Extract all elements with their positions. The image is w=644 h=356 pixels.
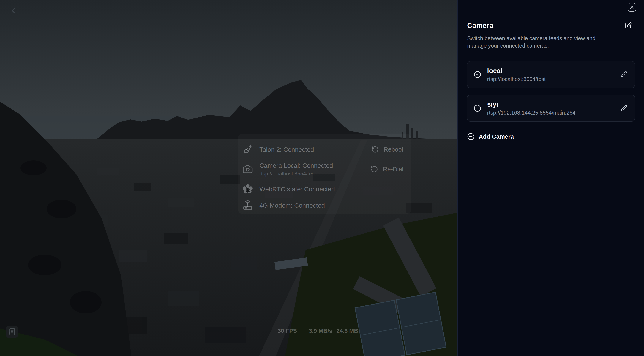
stream-stats: 30 FPS 3.9 MB/s 24.6 MB bbox=[278, 328, 358, 334]
status-row-modem: 4G Modem: Connected bbox=[242, 200, 404, 211]
redial-button[interactable]: Re-Dial bbox=[371, 165, 404, 173]
notebook-icon bbox=[8, 328, 16, 336]
status-label: WebRTC state: Connected bbox=[260, 186, 335, 193]
connection-status-modal: Talon 2: Connected Reboot Camera Local: … bbox=[238, 134, 411, 214]
status-label: Camera Local: Connected bbox=[260, 162, 333, 169]
camera-panel: Camera Switch between available camera f… bbox=[458, 0, 644, 356]
webrtc-icon bbox=[242, 184, 253, 195]
camera-feed: Talon 2: Connected Reboot Camera Local: … bbox=[0, 0, 458, 356]
plus-circle-icon bbox=[467, 133, 474, 140]
status-row-webrtc: WebRTC state: Connected bbox=[242, 185, 404, 194]
camera-list: local rtsp://localhost:8554/test siyi rt… bbox=[467, 61, 644, 122]
panel-description: Switch between available camera feeds an… bbox=[467, 35, 607, 49]
status-url: rtsp://localhost:8554/test bbox=[260, 171, 333, 177]
rotate-ccw-icon bbox=[371, 165, 378, 173]
edit-camera-siyi-button[interactable] bbox=[621, 105, 627, 112]
status-label: 4G Modem: Connected bbox=[260, 202, 325, 209]
pencil-icon bbox=[621, 105, 627, 111]
edit-camera-local-button[interactable] bbox=[621, 71, 627, 78]
camera-card-siyi[interactable]: siyi rtsp://192.168.144.25:8554/main.264 bbox=[467, 95, 635, 122]
camera-name: local bbox=[487, 67, 546, 75]
edit-cameras-button[interactable] bbox=[625, 22, 632, 30]
camera-name: siyi bbox=[487, 101, 576, 108]
radio-circle-icon bbox=[474, 104, 481, 112]
modem-icon bbox=[242, 200, 253, 211]
bitrate-stat: 3.9 MB/s bbox=[309, 328, 332, 334]
close-panel-button[interactable] bbox=[628, 3, 636, 12]
add-camera-button[interactable]: Add Camera bbox=[467, 133, 514, 140]
camera-url: rtsp://192.168.144.25:8554/main.264 bbox=[487, 110, 576, 116]
fps-stat: 30 FPS bbox=[278, 328, 297, 334]
camera-url: rtsp://localhost:8554/test bbox=[487, 76, 546, 82]
camera-icon bbox=[242, 164, 253, 175]
rotate-ccw-icon bbox=[372, 146, 379, 153]
logs-button[interactable] bbox=[6, 326, 18, 338]
close-icon bbox=[629, 5, 634, 10]
back-button[interactable] bbox=[8, 6, 19, 16]
reboot-button[interactable]: Reboot bbox=[372, 146, 404, 153]
app-root: Talon 2: Connected Reboot Camera Local: … bbox=[0, 0, 644, 356]
pencil-icon bbox=[621, 71, 627, 77]
status-row-camera: Camera Local: Connected rtsp://localhost… bbox=[242, 161, 404, 178]
plug-connected-icon bbox=[242, 144, 253, 155]
check-circle-icon bbox=[474, 71, 481, 78]
data-used-stat: 24.6 MB bbox=[336, 328, 358, 334]
camera-card-local[interactable]: local rtsp://localhost:8554/test bbox=[467, 61, 635, 88]
status-row-talon: Talon 2: Connected Reboot bbox=[242, 145, 404, 154]
status-label: Talon 2: Connected bbox=[260, 146, 314, 153]
chevron-left-icon bbox=[9, 6, 18, 15]
add-camera-label: Add Camera bbox=[479, 133, 514, 140]
square-pen-icon bbox=[625, 22, 632, 29]
panel-header: Camera bbox=[467, 22, 632, 30]
panel-title: Camera bbox=[467, 22, 494, 30]
